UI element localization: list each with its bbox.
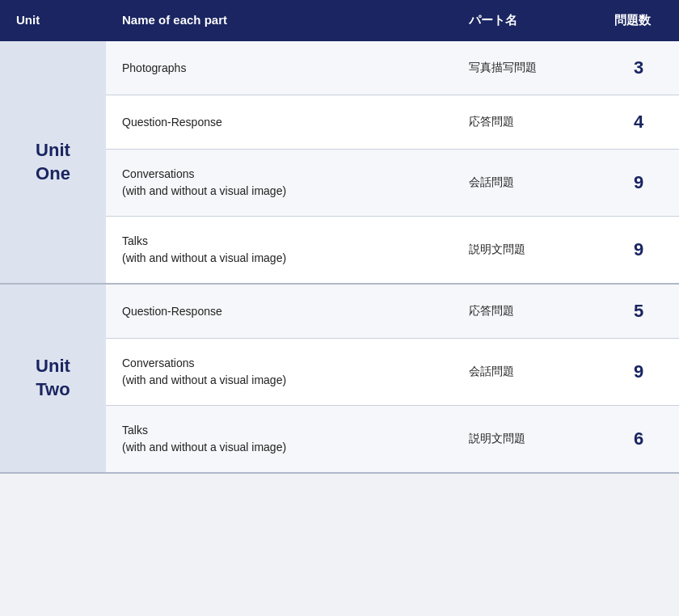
japanese-text: 説明文問題 (469, 243, 525, 257)
count-text: 6 (634, 428, 643, 449)
table-row: Question-Response応答問題5 (106, 285, 679, 339)
part-name-text: Conversations (with and without a visual… (122, 166, 286, 200)
header-unit: Unit (0, 0, 106, 41)
count-text: 9 (634, 172, 643, 193)
unit-label-text-0: UnitOne (36, 139, 70, 185)
table-row: Talks (with and without a visual image)説… (106, 406, 679, 472)
unit-label-cell-1: UnitTwo (0, 285, 106, 472)
part-name-text: Conversations (with and without a visual… (122, 355, 286, 389)
table-row: Talks (with and without a visual image)説… (106, 217, 679, 283)
part-name-text: Question-Response (122, 114, 222, 131)
unit-label-cell-0: UnitOne (0, 41, 106, 283)
table-row: Question-Response応答問題4 (106, 95, 679, 150)
japanese-text: 応答問題 (469, 304, 514, 319)
table-row: Photographs写真描写問題3 (106, 41, 679, 95)
japanese-cell: 応答問題 (453, 285, 598, 338)
table-row: Conversations (with and without a visual… (106, 150, 679, 217)
unit-rows-1: Question-Response応答問題5Conversations (wit… (106, 285, 679, 472)
japanese-text: 会話問題 (469, 365, 514, 379)
count-text: 4 (634, 112, 643, 133)
japanese-text: 写真描写問題 (469, 61, 537, 75)
japanese-cell: 説明文問題 (453, 406, 598, 472)
unit-section-0: UnitOnePhotographs写真描写問題3Question-Respon… (0, 41, 679, 285)
japanese-text: 応答問題 (469, 115, 514, 129)
count-cell: 9 (598, 339, 679, 405)
header-part-name: Name of each part (106, 0, 453, 41)
table-body: UnitOnePhotographs写真描写問題3Question-Respon… (0, 41, 679, 474)
japanese-cell: 説明文問題 (453, 217, 598, 283)
count-cell: 3 (598, 41, 679, 95)
part-name-cell: Talks (with and without a visual image) (106, 217, 453, 283)
part-name-text: Photographs (122, 60, 186, 77)
unit-section-1: UnitTwoQuestion-Response応答問題5Conversatio… (0, 285, 679, 474)
main-table: Unit Name of each part パート名 問題数 UnitOneP… (0, 0, 679, 474)
count-text: 9 (634, 361, 643, 382)
table-header: Unit Name of each part パート名 問題数 (0, 0, 679, 41)
part-name-cell: Conversations (with and without a visual… (106, 150, 453, 216)
count-cell: 6 (598, 406, 679, 472)
part-name-cell: Talks (with and without a visual image) (106, 406, 453, 472)
unit-rows-0: Photographs写真描写問題3Question-Response応答問題4… (106, 41, 679, 283)
part-name-text: Talks (with and without a visual image) (122, 233, 286, 267)
part-name-cell: Conversations (with and without a visual… (106, 339, 453, 405)
count-cell: 9 (598, 150, 679, 216)
japanese-cell: 応答問題 (453, 95, 598, 149)
unit-label-text-1: UnitTwo (36, 355, 70, 401)
count-cell: 4 (598, 95, 679, 149)
part-name-cell: Photographs (106, 41, 453, 95)
japanese-text: 説明文問題 (469, 432, 525, 446)
header-japanese: パート名 (453, 0, 598, 41)
japanese-cell: 会話問題 (453, 339, 598, 405)
count-cell: 9 (598, 217, 679, 283)
table-row: Conversations (with and without a visual… (106, 339, 679, 406)
japanese-cell: 写真描写問題 (453, 41, 598, 95)
japanese-cell: 会話問題 (453, 150, 598, 216)
count-text: 3 (634, 57, 643, 78)
part-name-cell: Question-Response (106, 95, 453, 149)
count-text: 5 (634, 301, 643, 322)
part-name-text: Question-Response (122, 303, 222, 320)
header-count: 問題数 (598, 0, 679, 41)
count-cell: 5 (598, 285, 679, 338)
part-name-cell: Question-Response (106, 285, 453, 338)
japanese-text: 会話問題 (469, 175, 514, 190)
count-text: 9 (634, 239, 643, 260)
part-name-text: Talks (with and without a visual image) (122, 422, 286, 456)
